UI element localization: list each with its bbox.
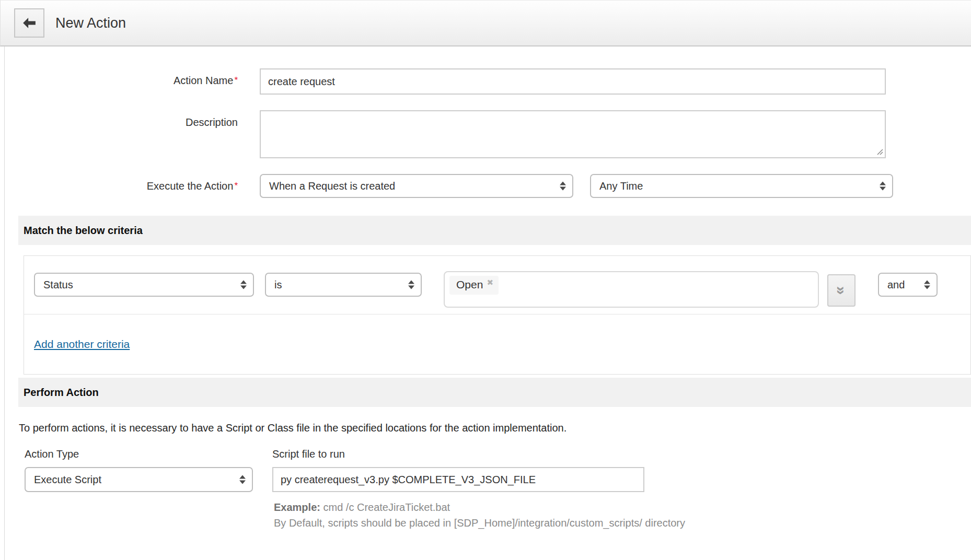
back-button[interactable] [14,8,44,38]
criteria-value-tag-label: Open [456,278,483,291]
description-row: Description [5,110,971,158]
form-content: Action Name* Description Execute the Act… [4,46,971,560]
action-name-row: Action Name* [5,68,971,95]
perform-note: To perform actions, it is necessary to h… [19,422,971,434]
required-asterisk: * [234,75,238,85]
resize-handle-icon[interactable] [875,147,884,156]
description-textarea[interactable] [260,110,886,158]
spinner-arrows-icon [924,281,930,289]
perform-section-header: Perform Action [18,378,971,407]
execute-time-select-value: Any Time [599,180,643,192]
criteria-field-select-value: Status [43,279,73,291]
script-default-note: By Default, scripts should be placed in … [274,515,685,531]
criteria-connector-select[interactable]: and [878,273,938,297]
criteria-condition-select-value: is [274,279,282,291]
criteria-values-box[interactable]: Open ✖ [444,271,819,308]
action-type-select-value: Execute Script [34,474,101,486]
script-file-label: Script file to run [272,448,685,460]
criteria-field-select[interactable]: Status [34,273,254,297]
action-name-input[interactable] [260,68,886,95]
script-example-line: Example: cmd /c CreateJiraTicket.bat [274,499,685,515]
perform-controls: Action Type Execute Script Script file t… [25,448,971,531]
action-name-label-text: Action Name [174,75,234,86]
spinner-arrows-icon [560,182,566,191]
required-asterisk: * [234,181,238,191]
page-header: New Action [0,0,971,46]
execute-event-select-value: When a Request is created [269,180,395,192]
description-label: Description [5,110,238,158]
double-chevron-down-icon: » [834,286,849,295]
action-name-label: Action Name* [5,68,238,95]
execute-action-row: Execute the Action* When a Request is cr… [5,174,971,198]
spinner-arrows-icon [239,475,246,484]
perform-section-title: Perform Action [24,387,99,399]
execute-time-select[interactable]: Any Time [590,174,893,198]
execute-event-select[interactable]: When a Request is created [260,174,573,198]
criteria-section-header: Match the below criteria [18,216,971,245]
remove-value-icon[interactable]: ✖ [487,278,493,287]
new-action-page: New Action Action Name* Description Exe [0,0,971,560]
add-criteria-link[interactable]: Add another criteria [34,338,130,351]
action-type-select[interactable]: Execute Script [25,467,253,492]
spinner-arrows-icon [880,182,886,191]
action-type-label: Action Type [25,448,253,460]
execute-action-label: Execute the Action* [5,174,238,198]
criteria-value-tag: Open ✖ [449,276,499,295]
spinner-arrows-icon [408,281,414,289]
expand-values-button[interactable]: » [827,274,856,307]
script-example-value: cmd /c CreateJiraTicket.bat [323,501,450,513]
page-title: New Action [55,15,126,31]
criteria-condition-select[interactable]: is [265,273,422,297]
spinner-arrows-icon [240,281,247,289]
script-file-input[interactable] [272,467,644,492]
back-arrow-icon [21,15,37,31]
script-example-label: Example: [274,501,320,513]
criteria-panel: Status is Open ✖ » and [24,255,971,375]
criteria-section-title: Match the below criteria [24,225,143,237]
criteria-row: Status is Open ✖ » and [24,256,970,314]
add-criteria-row: Add another criteria [24,314,970,374]
execute-action-label-text: Execute the Action [147,180,234,192]
criteria-connector-select-value: and [887,279,905,291]
